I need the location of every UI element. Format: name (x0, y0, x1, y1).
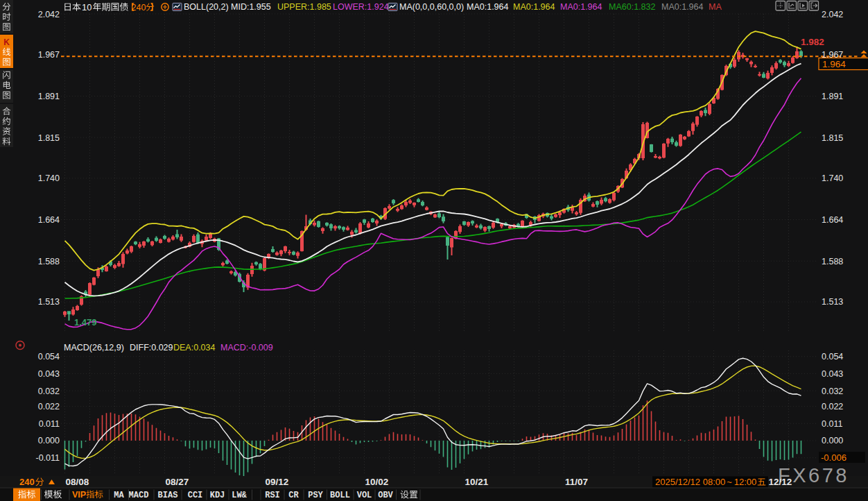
svg-text:MA(0,0,0,60,0,0): MA(0,0,0,60,0,0) (399, 2, 464, 12)
svg-text:OBV: OBV (378, 491, 393, 500)
svg-text:-0.006: -0.006 (821, 452, 847, 463)
svg-text:1.513: 1.513 (38, 297, 60, 307)
svg-text:2.042: 2.042 (822, 10, 843, 19)
svg-text:1.479: 1.479 (74, 317, 97, 328)
svg-text:1.513: 1.513 (822, 297, 843, 307)
svg-text:MA0:1.964: MA0:1.964 (513, 2, 555, 12)
svg-text:0.011: 0.011 (39, 419, 60, 429)
svg-text:-0.011: -0.011 (35, 453, 60, 463)
svg-text:12/12: 12/12 (769, 477, 792, 487)
svg-text:1.664: 1.664 (38, 215, 60, 225)
svg-text:0.022: 0.022 (822, 402, 843, 411)
svg-text:2.042: 2.042 (38, 10, 60, 19)
svg-text:MID:1.955: MID:1.955 (231, 2, 271, 12)
svg-text:10/21: 10/21 (465, 477, 489, 487)
svg-text:1.588: 1.588 (822, 257, 843, 266)
svg-text:0.043: 0.043 (822, 369, 843, 379)
svg-text:0.043: 0.043 (38, 369, 60, 379)
svg-text:0.011: 0.011 (822, 419, 842, 429)
svg-text:240: 240 (19, 477, 35, 487)
svg-text:BIAS: BIAS (158, 491, 178, 500)
svg-text:09/12: 09/12 (266, 477, 289, 487)
svg-text:12:00: 12:00 (734, 477, 757, 487)
svg-text:LOWER:1.924: LOWER:1.924 (333, 2, 389, 12)
svg-text:240: 240 (132, 3, 146, 12)
svg-text:11/07: 11/07 (565, 477, 588, 487)
svg-text:BOLL: BOLL (330, 491, 350, 500)
svg-text:RSI: RSI (265, 491, 280, 500)
svg-text:1.815: 1.815 (38, 133, 60, 143)
svg-text:1.740: 1.740 (38, 173, 60, 183)
svg-text:1.967: 1.967 (38, 50, 60, 60)
svg-text:VIP: VIP (72, 490, 86, 500)
svg-text:~: ~ (727, 477, 732, 487)
svg-text:MA0:1.964: MA0:1.964 (661, 2, 704, 12)
svg-text:MACD:-0.009: MACD:-0.009 (220, 343, 273, 353)
svg-text:0.000: 0.000 (38, 436, 60, 445)
svg-text:0.054: 0.054 (822, 352, 843, 362)
svg-text:MACD: MACD (129, 491, 149, 500)
svg-text:0.000: 0.000 (822, 436, 843, 445)
svg-text:1.664: 1.664 (822, 215, 843, 225)
svg-text:MA60:1.832: MA60:1.832 (609, 2, 655, 12)
svg-text:1.964: 1.964 (822, 59, 846, 69)
svg-text:1.815: 1.815 (822, 133, 843, 143)
svg-text:2025/12/12 08:00: 2025/12/12 08:00 (655, 477, 725, 487)
svg-text:UPPER:1.985: UPPER:1.985 (277, 2, 331, 12)
svg-text:DEA:0.034: DEA:0.034 (173, 343, 216, 353)
svg-text:VOL: VOL (357, 491, 372, 500)
svg-text:1.891: 1.891 (822, 92, 843, 101)
svg-text:1.740: 1.740 (822, 173, 843, 183)
svg-text:MACD(26,12,9): MACD(26,12,9) (64, 343, 124, 353)
svg-text:MA: MA (709, 2, 722, 12)
svg-text:0.032: 0.032 (822, 387, 843, 396)
svg-text:MA: MA (114, 491, 124, 500)
svg-text:KDJ: KDJ (210, 491, 225, 500)
svg-text:CR: CR (288, 491, 299, 500)
svg-text:0.054: 0.054 (38, 352, 60, 362)
svg-text:MA0:1.964: MA0:1.964 (467, 2, 509, 12)
svg-text:BOLL(20,2): BOLL(20,2) (184, 2, 229, 12)
svg-text:LW&: LW& (232, 491, 247, 500)
svg-text:PSY: PSY (308, 491, 323, 500)
svg-text:10: 10 (82, 2, 92, 12)
svg-text:CCI: CCI (188, 491, 203, 500)
svg-text:1.982: 1.982 (801, 37, 824, 47)
svg-text:DIFF:0.029: DIFF:0.029 (130, 343, 173, 353)
svg-text:0.022: 0.022 (38, 402, 60, 411)
svg-text:08/27: 08/27 (166, 477, 189, 487)
svg-text:MA0:1.964: MA0:1.964 (560, 2, 602, 12)
svg-text:K: K (3, 37, 10, 47)
svg-text:08/08: 08/08 (66, 477, 89, 487)
svg-text:10/02: 10/02 (365, 477, 389, 487)
svg-text:0.032: 0.032 (38, 387, 60, 396)
svg-text:1.588: 1.588 (38, 257, 60, 266)
svg-text:1.891: 1.891 (38, 92, 60, 101)
